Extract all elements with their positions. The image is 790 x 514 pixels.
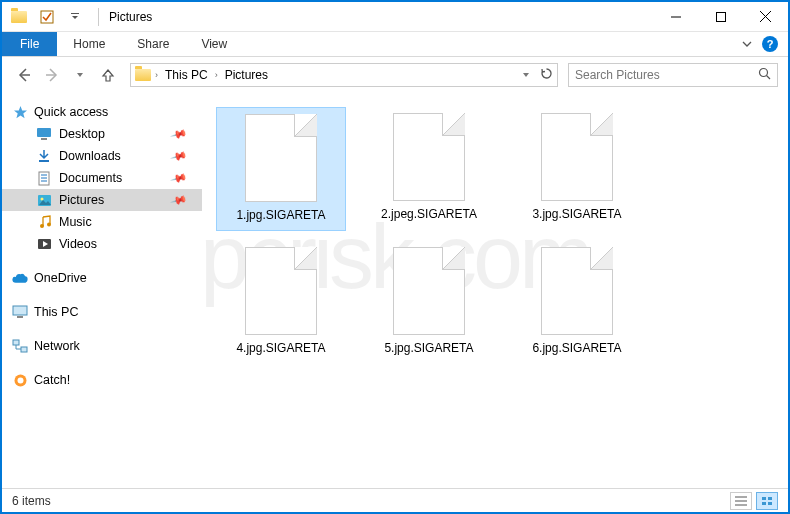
file-name-label: 5.jpg.SIGARETA	[384, 341, 473, 357]
close-button[interactable]	[743, 3, 788, 31]
titlebar: Pictures	[2, 2, 788, 32]
sidebar-item-thispc[interactable]: This PC	[2, 301, 202, 323]
titlebar-separator	[98, 8, 99, 26]
nav-up-button[interactable]	[96, 63, 120, 87]
address-folder-icon	[135, 67, 151, 83]
pin-icon: 📌	[170, 125, 189, 143]
file-icon	[393, 113, 465, 201]
file-name-label: 6.jpg.SIGARETA	[532, 341, 621, 357]
sidebar-item-network[interactable]: Network	[2, 335, 202, 357]
svg-rect-11	[41, 138, 47, 140]
qat-properties-icon[interactable]	[36, 6, 58, 28]
sidebar-item-catch[interactable]: Catch!	[2, 369, 202, 391]
sidebar-item-label: Videos	[59, 237, 97, 251]
minimize-button[interactable]	[653, 3, 698, 31]
search-icon	[758, 67, 771, 83]
videos-icon	[36, 236, 52, 252]
file-item[interactable]: 6.jpg.SIGARETA	[512, 241, 642, 363]
pin-icon: 📌	[170, 147, 189, 165]
qat-dropdown-icon[interactable]	[64, 6, 86, 28]
svg-line-9	[767, 76, 771, 80]
address-bar[interactable]: › This PC › Pictures	[130, 63, 558, 87]
window-title: Pictures	[109, 10, 152, 24]
sidebar-item-label: Downloads	[59, 149, 121, 163]
file-icon	[245, 247, 317, 335]
svg-rect-0	[41, 11, 53, 23]
ribbon-expand-icon[interactable]	[742, 35, 752, 53]
svg-rect-24	[17, 316, 23, 318]
app-icon[interactable]	[8, 6, 30, 28]
file-item[interactable]: 1.jpg.SIGARETA	[216, 107, 346, 231]
network-icon	[12, 338, 28, 354]
quick-access-header[interactable]: Quick access	[2, 101, 202, 123]
status-bar: 6 items	[2, 488, 788, 512]
svg-point-28	[17, 377, 23, 383]
sidebar-item-pictures[interactable]: Pictures 📌	[2, 189, 202, 211]
file-item[interactable]: 4.jpg.SIGARETA	[216, 241, 346, 363]
sidebar-item-onedrive[interactable]: OneDrive	[2, 267, 202, 289]
ribbon-tab-share[interactable]: Share	[121, 32, 185, 56]
file-item[interactable]: 3.jpg.SIGARETA	[512, 107, 642, 231]
address-dropdown-icon[interactable]	[522, 68, 530, 82]
svg-rect-32	[762, 497, 766, 500]
breadcrumb-seg-thispc[interactable]: This PC	[162, 68, 211, 82]
nav-recent-dropdown[interactable]	[68, 63, 92, 87]
sidebar-item-label: Documents	[59, 171, 122, 185]
file-name-label: 1.jpg.SIGARETA	[236, 208, 325, 224]
svg-rect-34	[762, 502, 766, 505]
file-icon	[541, 247, 613, 335]
maximize-button[interactable]	[698, 3, 743, 31]
downloads-icon	[36, 148, 52, 164]
explorer-window: Pictures File Home Share View ?	[0, 0, 790, 514]
view-large-icons-button[interactable]	[756, 492, 778, 510]
sidebar-item-downloads[interactable]: Downloads 📌	[2, 145, 202, 167]
star-icon	[12, 104, 28, 120]
search-placeholder: Search Pictures	[575, 68, 660, 82]
chevron-right-icon[interactable]: ›	[155, 70, 158, 80]
ribbon-file-tab[interactable]: File	[2, 32, 57, 56]
svg-rect-35	[768, 502, 772, 505]
view-details-button[interactable]	[730, 492, 752, 510]
pin-icon: 📌	[170, 169, 189, 187]
thispc-icon	[12, 304, 28, 320]
svg-rect-10	[37, 128, 51, 137]
sidebar-item-label: Network	[34, 339, 80, 353]
sidebar-item-label: Music	[59, 215, 92, 229]
sidebar-item-label: This PC	[34, 305, 78, 319]
svg-point-20	[47, 223, 51, 227]
refresh-icon[interactable]	[540, 67, 553, 83]
pictures-icon	[36, 192, 52, 208]
file-item[interactable]: 5.jpg.SIGARETA	[364, 241, 494, 363]
svg-point-8	[760, 69, 768, 77]
navigation-pane: Quick access Desktop 📌 Downloads 📌 Docum…	[2, 93, 202, 488]
sidebar-item-documents[interactable]: Documents 📌	[2, 167, 202, 189]
file-list[interactable]: 1.jpg.SIGARETA2.jpeg.SIGARETA3.jpg.SIGAR…	[202, 93, 788, 488]
ribbon-tab-home[interactable]: Home	[57, 32, 121, 56]
svg-rect-12	[39, 160, 49, 162]
file-name-label: 2.jpeg.SIGARETA	[381, 207, 477, 223]
svg-rect-26	[21, 347, 27, 352]
nav-back-button[interactable]	[12, 63, 36, 87]
file-icon	[541, 113, 613, 201]
sidebar-item-desktop[interactable]: Desktop 📌	[2, 123, 202, 145]
catch-icon	[12, 372, 28, 388]
sidebar-item-music[interactable]: Music	[2, 211, 202, 233]
onedrive-icon	[12, 270, 28, 286]
svg-rect-1	[71, 13, 79, 14]
ribbon-tab-view[interactable]: View	[185, 32, 243, 56]
file-item[interactable]: 2.jpeg.SIGARETA	[364, 107, 494, 231]
nav-forward-button[interactable]	[40, 63, 64, 87]
sidebar-item-label: OneDrive	[34, 271, 87, 285]
desktop-icon	[36, 126, 52, 142]
sidebar-item-videos[interactable]: Videos	[2, 233, 202, 255]
help-icon[interactable]: ?	[762, 36, 778, 52]
quick-access-toolbar	[2, 6, 92, 28]
navigation-bar: › This PC › Pictures Search Pictures	[2, 57, 788, 93]
chevron-right-icon[interactable]: ›	[215, 70, 218, 80]
breadcrumb-seg-pictures[interactable]: Pictures	[222, 68, 271, 82]
search-input[interactable]: Search Pictures	[568, 63, 778, 87]
sidebar-item-label: Catch!	[34, 373, 70, 387]
music-icon	[36, 214, 52, 230]
sidebar-item-label: Desktop	[59, 127, 105, 141]
ribbon: File Home Share View ?	[2, 32, 788, 57]
